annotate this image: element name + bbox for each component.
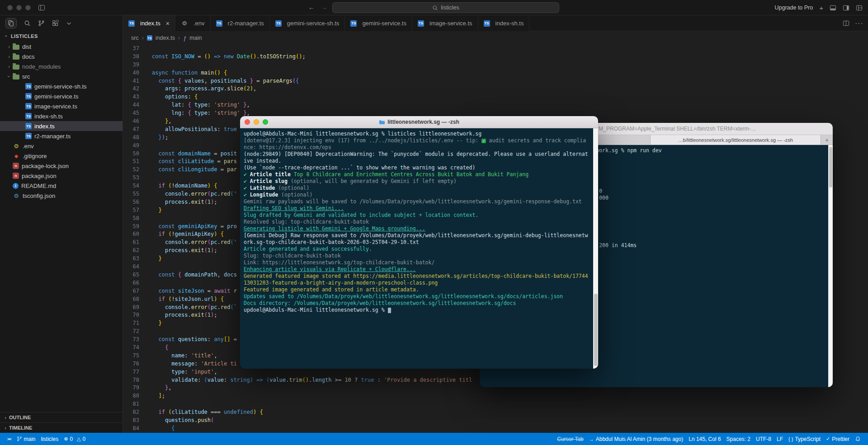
tree-item-docs[interactable]: ›docs — [0, 52, 123, 61]
tree-item-dist[interactable]: ›dist — [0, 42, 123, 52]
tree-item-index-sh.ts[interactable]: TSindex-sh.ts — [0, 111, 123, 121]
minimize-window-icon[interactable] — [16, 5, 22, 10]
profile-indicator[interactable]: listicles — [38, 436, 61, 442]
titlebar-right-actions: Upgrade to Pro + — [774, 0, 863, 15]
editor-tab-gemini-service.ts[interactable]: TSgemini-service.ts — [345, 15, 412, 31]
tree-item-index.ts[interactable]: TSindex.ts — [0, 121, 123, 131]
code-line[interactable]: 44 lat: { type: 'string' }, — [123, 101, 868, 109]
tab-label: index.ts — [140, 20, 160, 27]
typescript-file-icon: TS — [25, 133, 32, 139]
tree-item-.gitignore[interactable]: ◆.gitignore — [0, 151, 123, 161]
explorer-icon[interactable] — [5, 18, 17, 28]
eol[interactable]: LF — [774, 436, 786, 442]
editor-tab-image-service.ts[interactable]: TSimage-service.ts — [412, 15, 478, 31]
code-line[interactable]: 82 if (cliLatitude === undefined) { — [123, 408, 868, 417]
tree-item-gemini-service-sh.ts[interactable]: TSgemini-service-sh.ts — [0, 81, 123, 91]
breadcrumb[interactable]: src › TS index.ts › ƒ main — [123, 31, 868, 45]
code-line[interactable]: 40async function main() { — [123, 69, 868, 77]
maximize-window-icon[interactable] — [25, 5, 31, 10]
editor-tab-index-sh.ts[interactable]: TSindex-sh.ts — [478, 15, 530, 31]
editor-tab-.env[interactable]: ⚙.env — [175, 15, 211, 31]
terminal-tab-active[interactable]: …b/littleonesnetwork.sg/littleonesnetwor… — [651, 135, 821, 145]
terminal-line: ive instead. — [244, 158, 593, 164]
tree-item-README.md[interactable]: iREADME.md — [0, 181, 123, 191]
indentation[interactable]: Spaces: 2 — [724, 436, 753, 442]
terminal-front-output[interactable]: updoel@Abduls-Mac-Mini littleonesnetwork… — [240, 128, 598, 369]
nav-forward-icon[interactable]: → — [321, 4, 327, 11]
formatter[interactable]: ✓Prettier — [823, 436, 852, 442]
code-line[interactable]: 81 — [123, 400, 868, 408]
explorer-section-header[interactable]: › LISTICLES — [0, 31, 123, 42]
source-control-icon[interactable] — [38, 20, 45, 27]
symbol-method-icon: ƒ — [183, 35, 186, 42]
window-controls[interactable] — [7, 5, 31, 10]
tree-item-src[interactable]: ›src — [0, 71, 123, 81]
breadcrumb-folder[interactable]: src — [131, 35, 139, 41]
code-line[interactable]: 41 const { values, positionals } = parse… — [123, 77, 868, 85]
tree-item-r2-manager.ts[interactable]: TSr2-manager.ts — [0, 131, 123, 141]
tree-item-package-lock.json[interactable]: npackage-lock.json — [0, 161, 123, 171]
scrollbar[interactable] — [593, 128, 598, 369]
toggle-panel-icon[interactable] — [830, 5, 836, 11]
command-center-search[interactable]: listicles — [332, 2, 559, 13]
more-views-chevron-icon[interactable] — [66, 20, 72, 26]
code-line[interactable]: 38const ISO_NOW = () => new Date().toISO… — [123, 53, 868, 61]
window-controls[interactable] — [245, 119, 268, 125]
tree-item-package.json[interactable]: npackage.json — [0, 171, 123, 181]
history-navigation[interactable]: ← → — [308, 4, 327, 11]
code-line[interactable]: 80 ]; — [123, 392, 868, 400]
breadcrumb-symbol[interactable]: main — [189, 35, 202, 41]
code-line[interactable]: 84 { — [123, 425, 868, 433]
problems-indicator[interactable]: ⊗0△0 — [61, 436, 88, 442]
code-line[interactable]: 83 questions.push( — [123, 417, 868, 425]
close-tab-icon[interactable]: × — [166, 20, 170, 27]
new-chat-icon[interactable]: + — [819, 4, 823, 12]
search-view-icon[interactable] — [24, 20, 31, 27]
remote-indicator[interactable]: >< — [5, 437, 14, 441]
branch-indicator[interactable]: main — [14, 436, 38, 442]
upgrade-to-pro-button[interactable]: Upgrade to Pro — [774, 5, 813, 11]
cursor-tab[interactable]: Cursor Tab — [554, 436, 586, 442]
zoom-icon[interactable] — [263, 119, 268, 125]
close-icon[interactable] — [245, 119, 250, 125]
toggle-primary-sidebar-icon[interactable] — [38, 4, 45, 11]
tree-item-label: index.ts — [34, 123, 55, 130]
tree-item-node_modules[interactable]: ›node_modules — [0, 61, 123, 71]
terminal-front-titlebar[interactable]: littleonesnetwork.sg — -zsh — [240, 116, 598, 128]
tree-item-gemini-service.ts[interactable]: TSgemini-service.ts — [0, 91, 123, 101]
new-tab-button[interactable]: + — [821, 135, 833, 145]
encoding[interactable]: UTF-8 — [753, 436, 774, 442]
typescript-file-icon: TS — [25, 103, 32, 109]
code-line[interactable]: 37 — [123, 45, 868, 53]
editor-tab-gemini-service-sh.ts[interactable]: TSgemini-service-sh.ts — [270, 15, 345, 31]
breadcrumb-file[interactable]: index.ts — [156, 35, 175, 41]
toggle-secondary-sidebar-icon[interactable] — [843, 5, 849, 11]
nav-back-icon[interactable]: ← — [308, 4, 315, 11]
code-line[interactable]: 39 — [123, 61, 868, 69]
outline-section[interactable]: › OUTLINE — [0, 412, 123, 422]
more-actions-icon[interactable]: ··· — [855, 19, 863, 28]
line-number: 79 — [123, 384, 139, 392]
code-text: console.error(pc.red(' — [152, 190, 237, 198]
tree-item-.env[interactable]: ⚙.env — [0, 141, 123, 151]
tree-item-image-service.ts[interactable]: TSimage-service.ts — [0, 101, 123, 111]
customize-layout-icon[interactable] — [856, 5, 863, 11]
git-blame[interactable]: →Abbdul Muis Al Amin (3 months ago) — [586, 436, 686, 442]
code-line[interactable]: 42 args: process.argv.slice(2), — [123, 85, 868, 93]
terminal-window-front[interactable]: littleonesnetwork.sg — -zsh updoel@Abdul… — [240, 116, 598, 369]
code-line[interactable]: 43 options: { — [123, 93, 868, 101]
npm-icon: n — [13, 163, 19, 169]
extensions-icon[interactable] — [52, 20, 59, 27]
close-window-icon[interactable] — [7, 5, 13, 10]
editor-tab-index.ts[interactable]: TSindex.ts× — [123, 15, 175, 31]
language-mode[interactable]: { }TypeScript — [786, 436, 823, 442]
notifications[interactable] — [852, 436, 863, 442]
code-text: async function main() { — [152, 69, 227, 77]
minimize-icon[interactable] — [254, 119, 259, 125]
cursor-position[interactable]: Ln 145, Col 6 — [686, 436, 723, 442]
tree-item-tsconfig.json[interactable]: ⚙tsconfig.json — [0, 191, 123, 201]
split-editor-icon[interactable] — [843, 20, 849, 27]
timeline-section[interactable]: › TIMELINE — [0, 422, 123, 433]
scrollbar[interactable] — [828, 145, 833, 387]
editor-tab-r2-manager.ts[interactable]: TSr2-manager.ts — [211, 15, 270, 31]
